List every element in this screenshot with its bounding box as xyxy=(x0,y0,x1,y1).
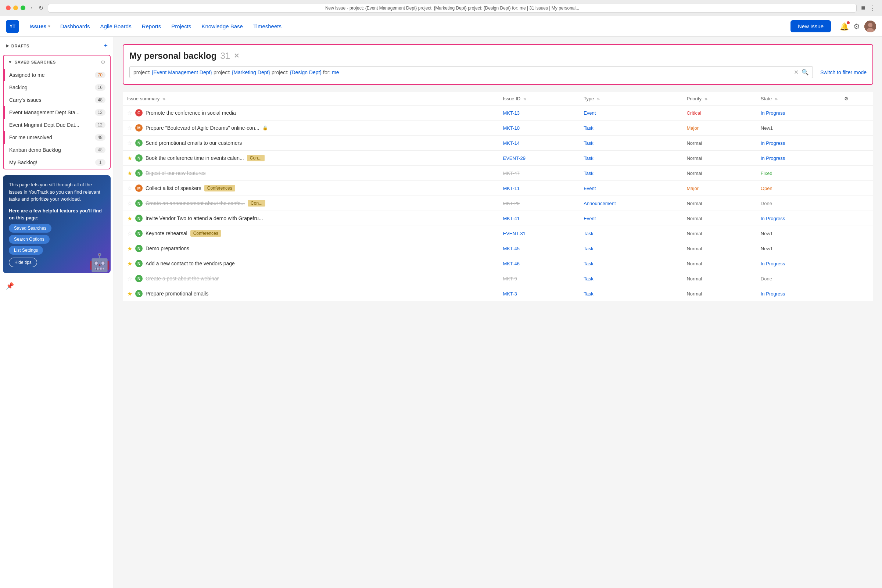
star-toggle[interactable]: ☆ xyxy=(127,230,132,237)
issue-summary-text[interactable]: Prepare promotional emails xyxy=(146,291,208,297)
col-settings[interactable]: ⚙ xyxy=(840,92,873,105)
issue-type[interactable]: Announcement xyxy=(584,201,616,206)
issue-summary-text[interactable]: Promote the conference in social media xyxy=(146,110,236,116)
issue-summary-text[interactable]: Collect a list of speakers xyxy=(146,185,201,191)
col-issue-id[interactable]: Issue ID ⇅ xyxy=(499,92,579,105)
saved-searches-tip-button[interactable]: Saved Searches xyxy=(9,224,51,232)
saved-searches-header[interactable]: ▼ SAVED SEARCHES ⚙ xyxy=(4,56,110,69)
star-toggle[interactable]: ☆ xyxy=(127,200,132,207)
issue-type[interactable]: Task xyxy=(584,261,594,266)
issue-id[interactable]: MKT-10 xyxy=(503,125,520,131)
star-toggle[interactable]: ☆ xyxy=(127,124,132,132)
issue-type[interactable]: Event xyxy=(584,216,596,221)
star-toggle[interactable]: ★ xyxy=(127,260,132,267)
close-button[interactable] xyxy=(6,6,10,10)
nav-issues[interactable]: Issues ▾ xyxy=(25,21,54,32)
star-toggle[interactable]: ☆ xyxy=(127,275,132,282)
issue-summary-text[interactable]: Create a post about the webinar xyxy=(146,276,219,282)
issue-summary-text[interactable]: Invite Vendor Two to attend a demo with … xyxy=(146,215,263,221)
notifications-icon[interactable]: 🔔 xyxy=(840,22,849,31)
col-issue-summary[interactable]: Issue summary ⇅ xyxy=(123,92,499,105)
settings-icon[interactable]: ⚙ xyxy=(854,22,860,31)
search-clear-icon[interactable]: ✕ xyxy=(794,69,799,76)
nav-timesheets[interactable]: Timesheets xyxy=(249,21,286,32)
issue-type[interactable]: Task xyxy=(584,276,594,282)
issue-type[interactable]: Task xyxy=(584,246,594,251)
star-toggle[interactable]: ★ xyxy=(127,245,132,252)
issue-type[interactable]: Event xyxy=(584,110,596,116)
issue-type[interactable]: Task xyxy=(584,291,594,297)
issue-summary-text[interactable]: Create an announcement about the confe..… xyxy=(146,200,245,206)
star-toggle[interactable]: ☆ xyxy=(127,140,132,147)
address-bar[interactable]: New issue - project: {Event Management D… xyxy=(48,4,856,12)
issue-summary-text[interactable]: Keynote rehearsal xyxy=(146,230,188,236)
browser-nav-arrows[interactable]: ← ↻ xyxy=(30,4,44,11)
issue-summary-text[interactable]: Add a new contact to the vendors page xyxy=(146,261,235,266)
drafts-section[interactable]: ▶ DRAFTS + xyxy=(0,37,114,53)
issue-id[interactable]: MKT-45 xyxy=(503,246,520,251)
issue-type[interactable]: Task xyxy=(584,125,594,131)
star-toggle[interactable]: ★ xyxy=(127,170,132,177)
add-draft-button[interactable]: + xyxy=(104,42,108,50)
user-avatar[interactable] xyxy=(864,21,876,32)
issue-summary-text[interactable]: Digest of our new features xyxy=(146,170,206,176)
issue-summary-text[interactable]: Book the conference time in events calen… xyxy=(146,155,244,161)
issue-id[interactable]: MKT-3 xyxy=(503,291,517,297)
search-submit-icon[interactable]: 🔍 xyxy=(801,69,809,76)
issue-summary-text[interactable]: Demo preparations xyxy=(146,246,189,251)
issue-type[interactable]: Event xyxy=(584,186,596,191)
nav-projects[interactable]: Projects xyxy=(167,21,195,32)
saved-search-item[interactable]: Event Management Dept Sta... 12 xyxy=(4,106,110,119)
saved-search-item[interactable]: Carry's issues 48 xyxy=(4,94,110,106)
issue-id[interactable]: MKT-11 xyxy=(503,186,520,191)
issue-id[interactable]: MKT-13 xyxy=(503,110,520,116)
issue-id[interactable]: MKT-9 xyxy=(503,276,517,282)
star-toggle[interactable]: ☆ xyxy=(127,185,132,192)
nav-agile-boards[interactable]: Agile Boards xyxy=(96,21,136,32)
reload-icon[interactable]: ↻ xyxy=(39,4,44,11)
issue-summary-text[interactable]: Send promotional emails to our customers xyxy=(146,140,242,146)
more-options-icon[interactable]: ⋮ xyxy=(870,4,876,12)
saved-search-item[interactable]: For me unresolved 48 xyxy=(4,131,110,144)
list-settings-tip-button[interactable]: List Settings xyxy=(9,246,43,255)
saved-search-item[interactable]: Event Mngmnt Dept Due Dat... 12 xyxy=(4,119,110,131)
star-toggle[interactable]: ☆ xyxy=(127,110,132,117)
issue-summary-text[interactable]: Prepare "Boulevard of Agile Dreams" onli… xyxy=(146,125,260,131)
search-bar[interactable]: project: {Event Management Dept} project… xyxy=(129,66,813,78)
issue-type[interactable]: Task xyxy=(584,231,594,236)
star-toggle[interactable]: ★ xyxy=(127,290,132,297)
issues-dropdown-arrow[interactable]: ▾ xyxy=(48,24,50,28)
col-type[interactable]: Type ⇅ xyxy=(579,92,682,105)
app-logo[interactable]: YT xyxy=(6,20,19,33)
issue-id[interactable]: MKT-29 xyxy=(503,201,520,206)
minimize-button[interactable] xyxy=(13,6,18,10)
col-priority[interactable]: Priority ⇅ xyxy=(682,92,756,105)
close-search-icon[interactable]: ✕ xyxy=(234,52,239,60)
saved-search-item[interactable]: Assigned to me 70 xyxy=(4,69,110,81)
saved-searches-settings-icon[interactable]: ⚙ xyxy=(101,59,105,65)
issue-id[interactable]: MKT-14 xyxy=(503,140,520,146)
back-arrow-icon[interactable]: ← xyxy=(30,4,36,11)
issue-type[interactable]: Task xyxy=(584,156,594,161)
star-toggle[interactable]: ★ xyxy=(127,215,132,222)
maximize-button[interactable] xyxy=(21,6,26,10)
saved-search-item[interactable]: Backlog 16 xyxy=(4,81,110,94)
issue-id[interactable]: EVENT-29 xyxy=(503,156,525,161)
new-issue-button[interactable]: New Issue xyxy=(790,20,831,32)
search-options-tip-button[interactable]: Search Options xyxy=(9,235,50,244)
nav-knowledge-base[interactable]: Knowledge Base xyxy=(197,21,248,32)
col-state[interactable]: State ⇅ xyxy=(756,92,840,105)
issue-type[interactable]: Task xyxy=(584,140,594,146)
saved-search-item[interactable]: My Backlog! 1 xyxy=(4,156,110,169)
nav-dashboards[interactable]: Dashboards xyxy=(56,21,94,32)
nav-reports[interactable]: Reports xyxy=(138,21,166,32)
issue-id[interactable]: MKT-47 xyxy=(503,171,520,176)
switch-filter-mode-link[interactable]: Switch to filter mode xyxy=(820,69,867,75)
issue-id[interactable]: MKT-46 xyxy=(503,261,520,266)
hide-tips-button[interactable]: Hide tips xyxy=(9,258,37,267)
saved-search-item[interactable]: Kanban demo Backlog 48 xyxy=(4,144,110,156)
issue-id[interactable]: MKT-41 xyxy=(503,216,520,221)
star-toggle[interactable]: ★ xyxy=(127,155,132,162)
issue-id[interactable]: EVENT-31 xyxy=(503,231,525,236)
extension-icon[interactable]: ■ xyxy=(861,4,865,12)
